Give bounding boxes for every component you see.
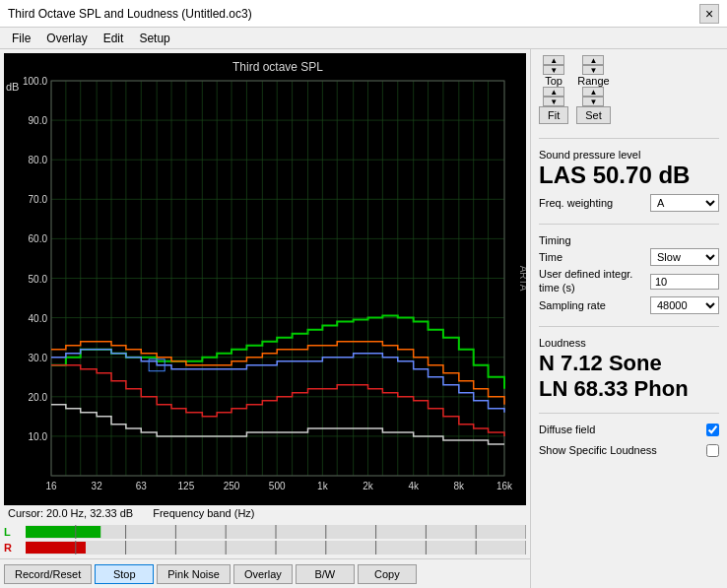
overlay-button[interactable]: Overlay: [233, 564, 293, 584]
set-button[interactable]: Set: [576, 106, 611, 124]
close-button[interactable]: ×: [699, 4, 719, 24]
menu-setup[interactable]: Setup: [131, 30, 177, 47]
bottom-bar: Record/Reset Stop Pink Noise Overlay B/W…: [0, 558, 530, 588]
freq-weighting-row: Freq. weighting A B C Z: [539, 194, 719, 212]
title-bar: Third Octave SPL and Loudness (Untitled.…: [0, 0, 727, 28]
divider-2: [539, 224, 719, 225]
timing-section-label: Timing: [539, 234, 719, 246]
record-reset-button[interactable]: Record/Reset: [4, 564, 92, 584]
copy-button[interactable]: Copy: [358, 564, 417, 584]
top-up-button[interactable]: ▲: [543, 55, 564, 65]
range-up-button[interactable]: ▲: [582, 55, 604, 65]
chart-info-bar: Cursor: 20.0 Hz, 32.33 dB Frequency band…: [0, 505, 530, 521]
menu-bar: File Overlay Edit Setup: [0, 28, 727, 49]
dbfs-R-row: R: [4, 540, 526, 555]
menu-file[interactable]: File: [4, 30, 38, 47]
sampling-rate-row: Sampling rate 44100 48000 96000: [539, 296, 719, 314]
diffuse-field-label: Diffuse field: [539, 424, 595, 435]
menu-overlay[interactable]: Overlay: [38, 30, 95, 47]
set-down-button[interactable]: ▼: [582, 97, 604, 106]
freq-weighting-select[interactable]: A B C Z: [650, 194, 719, 212]
loudness-section: Loudness N 7.12 Sone LN 68.33 Phon: [539, 337, 719, 403]
range-label: Range: [577, 75, 609, 87]
range-down-button[interactable]: ▼: [582, 65, 604, 75]
top-down-button[interactable]: ▼: [543, 65, 564, 75]
dbfs-L-label: L: [4, 526, 26, 538]
freq-band-text: Frequency band (Hz): [153, 507, 254, 519]
pink-noise-button[interactable]: Pink Noise: [157, 564, 231, 584]
chart-panel: Cursor: 20.0 Hz, 32.33 dB Frequency band…: [0, 49, 530, 588]
stop-button[interactable]: Stop: [95, 564, 154, 584]
timing-section: Timing Time Slow Fast Impulse User defin…: [539, 234, 719, 315]
user-integr-row: User defined integr. time (s): [539, 268, 719, 294]
divider-4: [539, 413, 719, 414]
menu-edit[interactable]: Edit: [96, 30, 132, 47]
main-content: Cursor: 20.0 Hz, 32.33 dB Frequency band…: [0, 49, 727, 588]
freq-weighting-label: Freq. weighting: [539, 197, 613, 209]
divider-3: [539, 326, 719, 327]
loudness-ln-value: LN 68.33 Phon: [539, 376, 719, 402]
time-select[interactable]: Slow Fast Impulse: [650, 248, 719, 266]
show-specific-loudness-checkbox[interactable]: [706, 444, 719, 457]
time-label: Time: [539, 251, 562, 263]
window-title: Third Octave SPL and Loudness (Untitled.…: [8, 7, 252, 21]
chart-canvas[interactable]: [4, 53, 526, 505]
right-panel: ▲ ▼ Top ▲ ▼ Fit ▲ ▼ Range ▲ ▼: [530, 49, 727, 588]
top-label: Top: [545, 75, 562, 87]
diffuse-field-checkbox[interactable]: [706, 424, 719, 436]
sampling-rate-label: Sampling rate: [539, 299, 606, 311]
dbfs-L-canvas: [26, 525, 526, 539]
user-integr-label: User defined integr. time (s): [539, 268, 647, 294]
show-specific-loudness-row: Show Specific Loudness: [539, 444, 719, 457]
show-specific-loudness-label: Show Specific Loudness: [539, 444, 657, 456]
chart-container: [4, 53, 526, 505]
time-row: Time Slow Fast Impulse: [539, 248, 719, 266]
spl-section: Sound pressure level LAS 50.70 dB: [539, 149, 719, 188]
divider-1: [539, 138, 719, 139]
sampling-rate-select[interactable]: 44100 48000 96000: [650, 296, 719, 314]
set-up-button[interactable]: ▲: [582, 87, 604, 97]
spl-section-label: Sound pressure level: [539, 149, 719, 161]
spl-value: LAS 50.70 dB: [539, 163, 719, 188]
dbfs-bar: L R: [0, 521, 530, 558]
diffuse-field-row: Diffuse field: [539, 424, 719, 436]
cursor-text: Cursor: 20.0 Hz, 32.33 dB: [8, 507, 133, 519]
dbfs-R-canvas: [26, 541, 526, 555]
dbfs-R-label: R: [4, 542, 26, 554]
loudness-section-label: Loudness: [539, 337, 719, 349]
bw-button[interactable]: B/W: [296, 564, 355, 584]
dbfs-L-row: L: [4, 524, 526, 540]
user-integr-input[interactable]: [650, 274, 719, 290]
fit-button[interactable]: Fit: [539, 106, 568, 124]
fit-up-button[interactable]: ▲: [543, 87, 564, 97]
loudness-n-value: N 7.12 Sone: [539, 351, 719, 376]
fit-down-button[interactable]: ▼: [543, 97, 564, 106]
